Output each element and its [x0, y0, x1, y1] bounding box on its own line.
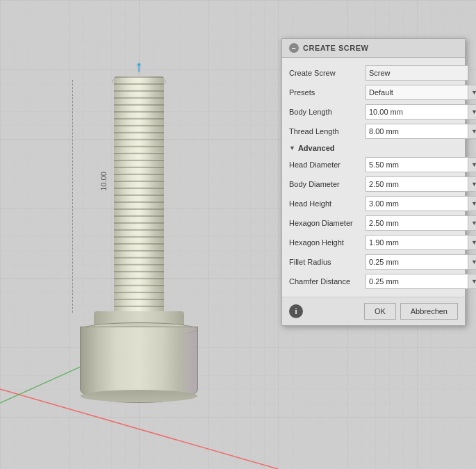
input-hexagon-height[interactable]	[366, 235, 468, 250]
input-wrapper-presets: ▼	[366, 85, 476, 100]
label-head-height: Head Height	[289, 199, 366, 208]
label-hexagon-height: Hexagon Height	[289, 238, 366, 247]
label-create-screw: Create Screw	[289, 69, 366, 77]
input-head-height[interactable]	[366, 196, 468, 211]
fillet-radius-dropdown-arrow[interactable]: ▼	[468, 254, 476, 270]
chamfer-distance-dropdown-arrow[interactable]: ▼	[468, 274, 476, 289]
label-chamfer-distance: Chamfer Distance	[289, 277, 366, 286]
panel-body: Create Screw Presets ▼ Body Length ▼ Thr…	[282, 58, 465, 297]
panel-title: CREATE SCREW	[303, 44, 368, 52]
hexagon-height-dropdown-arrow[interactable]: ▼	[468, 235, 476, 250]
input-wrapper-create-screw	[366, 65, 468, 81]
input-hexagon-diameter[interactable]	[366, 215, 468, 231]
screw-3d-model: ↑	[56, 38, 222, 441]
advanced-section-header[interactable]: ▼ Advanced	[282, 141, 465, 155]
input-wrapper-chamfer-distance: ▼	[366, 274, 476, 289]
body-length-dropdown-arrow[interactable]: ▼	[468, 104, 476, 120]
create-screw-panel: − CREATE SCREW Create Screw Presets ▼ Bo…	[281, 38, 466, 326]
cancel-button[interactable]: Abbrechen	[400, 303, 458, 320]
input-chamfer-distance[interactable]	[366, 274, 468, 289]
form-row-presets: Presets ▼	[282, 83, 465, 102]
input-presets[interactable]	[366, 85, 468, 100]
label-hexagon-diameter: Hexagon Diameter	[289, 219, 366, 227]
footer-buttons: OK Abbrechen	[364, 303, 458, 320]
input-fillet-radius[interactable]	[366, 254, 468, 270]
input-wrapper-hexagon-diameter: ▼	[366, 215, 476, 231]
screw-shaft	[114, 76, 164, 313]
head-height-dropdown-arrow[interactable]: ▼	[468, 196, 476, 211]
label-body-diameter: Body Diameter	[289, 180, 366, 188]
form-row-chamfer-distance: Chamfer Distance ▼	[282, 272, 465, 291]
label-thread-length: Thread Length	[289, 127, 366, 135]
form-row-hexagon-diameter: Hexagon Diameter ▼	[282, 213, 465, 233]
form-row-thread-length: Thread Length ▼	[282, 122, 465, 141]
input-wrapper-thread-length: ▼	[366, 124, 476, 139]
label-fillet-radius: Fillet Radius	[289, 258, 366, 266]
head-diameter-dropdown-arrow[interactable]: ▼	[468, 157, 476, 172]
panel-header: − CREATE SCREW	[282, 39, 465, 58]
label-presets: Presets	[289, 88, 366, 97]
form-row-fillet-radius: Fillet Radius ▼	[282, 252, 465, 272]
thread-length-dropdown-arrow[interactable]: ▼	[468, 124, 476, 139]
input-create-screw[interactable]	[366, 65, 468, 81]
input-wrapper-head-diameter: ▼	[366, 157, 476, 172]
hexagon-diameter-dropdown-arrow[interactable]: ▼	[468, 215, 476, 231]
panel-collapse-button[interactable]: −	[289, 43, 299, 53]
form-row-head-height: Head Height ▼	[282, 194, 465, 213]
body-diameter-dropdown-arrow[interactable]: ▼	[468, 176, 476, 192]
advanced-section-label: Advanced	[298, 144, 335, 152]
advanced-collapse-icon: ▼	[289, 145, 295, 151]
input-body-diameter[interactable]	[366, 176, 468, 192]
ok-button[interactable]: OK	[364, 303, 396, 320]
up-arrow-icon: ↑	[136, 58, 143, 76]
input-head-diameter[interactable]	[366, 157, 468, 172]
form-row-body-diameter: Body Diameter ▼	[282, 174, 465, 194]
presets-dropdown-arrow[interactable]: ▼	[468, 85, 476, 100]
form-row-head-diameter: Head Diameter ▼	[282, 155, 465, 174]
input-body-length[interactable]	[366, 104, 468, 120]
input-thread-length[interactable]	[366, 124, 468, 139]
screw-base-cylinder	[80, 327, 198, 403]
dimension-label: 10.00	[99, 172, 108, 191]
input-wrapper-head-height: ▼	[366, 196, 476, 211]
panel-footer: i OK Abbrechen	[282, 297, 465, 325]
dimension-line	[72, 80, 73, 313]
form-row-hexagon-height: Hexagon Height ▼	[282, 233, 465, 252]
input-wrapper-hexagon-height: ▼	[366, 235, 476, 250]
info-button[interactable]: i	[289, 304, 303, 318]
form-row-body-length: Body Length ▼	[282, 102, 465, 122]
input-wrapper-fillet-radius: ▼	[366, 254, 476, 270]
form-row-create-screw: Create Screw	[282, 63, 465, 83]
input-wrapper-body-length: ▼	[366, 104, 476, 120]
label-head-diameter: Head Diameter	[289, 161, 366, 169]
label-body-length: Body Length	[289, 108, 366, 116]
input-wrapper-body-diameter: ▼	[366, 176, 476, 192]
screw-base-bottom-ellipse	[81, 390, 197, 402]
